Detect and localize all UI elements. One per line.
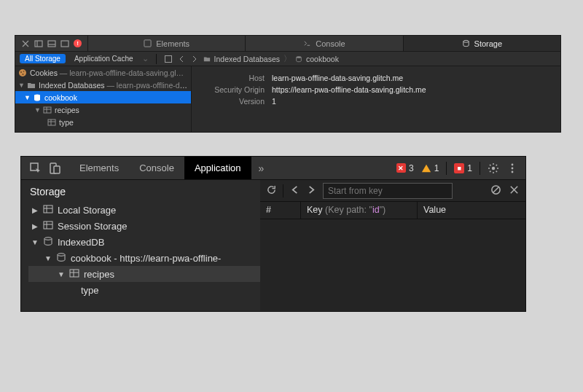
local-storage-label: Local Storage [58,205,116,216]
database-icon [295,55,302,63]
device-toggle-icon[interactable] [49,162,60,174]
tree-row-idb[interactable]: ▼ Indexed Databases — learn-pwa-offline-… [15,79,191,91]
breadcrumb-db[interactable]: cookbook [306,55,339,63]
safari-detail-pane: Hostlearn-pwa-offline-data-saving.glitch… [192,66,560,132]
tree-row-cookbook[interactable]: ▼ cookbook - https://learn-pwa-offline- [28,250,260,266]
recipes-label: recipes [55,106,79,114]
cookies-label: Cookies [30,68,58,77]
host-value: learn-pwa-offline-data-saving.glitch.me [272,72,403,84]
indexeddb-label: IndexedDB [58,237,104,248]
tab-elements[interactable]: Elements [69,157,129,179]
tree-row-cookbook[interactable]: ▼ cookbook [15,91,191,103]
svg-point-23 [492,166,495,169]
tab-label: Storage [474,39,503,48]
settings-icon[interactable] [488,162,499,174]
tab-console[interactable]: Console [245,36,402,51]
kebab-icon[interactable] [506,162,518,174]
svg-rect-30 [44,222,52,229]
tab-elements[interactable]: Elements [87,36,245,51]
filter-all-storage[interactable]: All Storage [20,54,66,63]
tree-row-cookies[interactable]: Cookies — learn-pwa-offline-data-saving.… [15,66,191,79]
safari-tabbar: ! Elements Console Storage [15,36,560,52]
tab-label: Console [139,162,174,173]
database-icon [43,236,53,248]
svg-point-8 [297,56,302,58]
cookie-icon [18,68,27,77]
storage-icon [43,204,53,216]
refresh-icon[interactable] [266,184,277,197]
tab-application[interactable]: Application [184,157,251,179]
svg-point-26 [512,170,514,173]
clear-store-icon[interactable] [490,184,501,197]
error-badge[interactable]: ! [74,39,82,47]
svg-rect-7 [165,55,171,62]
idb-label: Indexed Databases [39,81,104,90]
safari-tabs: Elements Console Storage [87,36,560,51]
chrome-object-toolbar [260,180,525,202]
svg-point-34 [58,253,65,256]
svg-rect-14 [44,107,51,113]
next-page-icon[interactable] [306,184,317,197]
tree-row-indexeddb[interactable]: ▼ IndexedDB [28,234,260,250]
nav-forward-icon[interactable] [190,55,199,63]
idb-suffix: — learn-pwa-offline-dat… [104,81,191,90]
more-tabs-icon[interactable]: » [251,162,272,174]
tab-label: Elements [79,162,119,173]
tree-row-session-storage[interactable]: ▶ Session Storage [28,218,260,234]
nav-back-icon[interactable] [177,55,186,63]
tree-row-recipes[interactable]: ▼ recipes [28,266,260,282]
section-title: Storage [30,186,260,197]
chrome-sidebar: Storage ▶ Local Storage ▶ Session Storag… [21,180,260,311]
dock-left-icon[interactable] [34,39,43,48]
folder-icon [27,81,36,90]
table-icon [43,106,52,114]
close-icon[interactable] [21,39,30,48]
svg-point-33 [44,237,52,240]
svg-rect-4 [61,41,69,47]
origin-value: https://learn-pwa-offline-data-saving.gl… [272,84,426,95]
tree-row-local-storage[interactable]: ▶ Local Storage [28,202,260,218]
tree-row-type[interactable]: type [15,116,191,128]
cookbook-label: cookbook - https://learn-pwa-offline- [71,253,221,264]
start-from-key-input[interactable] [323,183,453,199]
tab-console[interactable]: Console [129,157,184,179]
tree-row-recipes[interactable]: ▼ recipes [15,103,191,116]
breadcrumb-group[interactable]: Indexed Databases [214,55,280,63]
type-label: type [81,285,99,296]
svg-rect-27 [44,205,52,213]
col-index[interactable]: # [260,202,301,219]
only-this-frame-icon[interactable] [164,55,173,63]
filter-app-cache[interactable]: Application Cache [70,54,138,63]
issues-badge[interactable]: ■1 [454,163,472,173]
dock-bottom-icon[interactable] [47,39,56,48]
chrome-main: # Key (Key path: "id") Value [260,180,525,311]
inspect-icon[interactable] [30,162,42,174]
col-value[interactable]: Value [418,202,525,219]
origin-key: Security Origin [200,84,265,95]
prev-page-icon[interactable] [289,184,300,197]
svg-point-25 [512,167,514,169]
issues-count: 1 [467,163,472,173]
svg-rect-2 [48,41,55,47]
warnings-badge[interactable]: 1 [421,163,439,173]
svg-rect-35 [70,270,79,277]
errors-badge[interactable]: ✕3 [396,163,414,173]
tab-storage[interactable]: Storage [403,36,560,51]
svg-rect-5 [144,40,151,47]
breadcrumb: Indexed Databases 〉 cookbook [203,54,339,64]
cookies-suffix: — learn-pwa-offline-data-saving.gl… [58,68,184,77]
svg-point-12 [23,74,24,75]
tree-row-type[interactable]: type [28,282,260,298]
warnings-count: 1 [434,163,439,173]
storage-icon [43,220,53,232]
col-key[interactable]: Key (Key path: "id") [301,202,418,219]
svg-point-10 [20,71,22,73]
safari-storage-tree: Cookies — learn-pwa-offline-data-saving.… [15,66,192,132]
delete-icon[interactable] [509,184,520,197]
tab-label: Application [195,162,241,173]
session-storage-label: Session Storage [58,221,127,232]
popout-icon[interactable] [60,39,69,48]
svg-rect-22 [54,166,60,173]
svg-point-24 [512,163,514,165]
version-key: Version [200,95,265,107]
